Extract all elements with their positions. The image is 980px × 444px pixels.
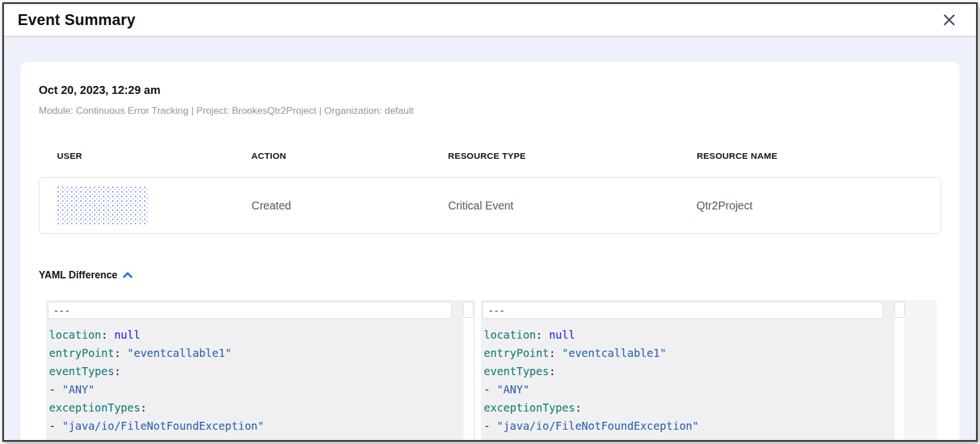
yaml-code-line: eventTypes: xyxy=(484,362,901,380)
user-cell xyxy=(39,187,252,224)
resource-name-cell: Qtr2Project xyxy=(696,199,941,212)
modal-body: Oct 20, 2023, 12:29 am Module: Continuou… xyxy=(4,37,976,440)
yaml-panel-after: --- location: nullentryPoint: "eventcall… xyxy=(481,300,906,440)
close-button[interactable] xyxy=(940,10,959,30)
action-cell: Created xyxy=(252,199,448,212)
yaml-code-line: - "java/io/FileNotFoundException" xyxy=(49,417,469,435)
yaml-code-line: exceptionTypes: xyxy=(484,398,901,417)
yaml-panel-before: --- location: nullentryPoint: "eventcall… xyxy=(46,300,475,440)
table-row: Created Critical Event Qtr2Project xyxy=(39,177,941,234)
modal-title: Event Summary xyxy=(18,11,136,29)
container-vertical-scrollbar[interactable] xyxy=(907,300,937,440)
yaml-code-lines: location: nullentryPoint: "eventcallable… xyxy=(481,319,906,435)
close-icon xyxy=(942,20,957,29)
yaml-code-line: exceptionTypes: xyxy=(49,398,469,417)
yaml-code-line: location: null xyxy=(49,326,469,344)
event-timestamp: Oct 20, 2023, 12:29 am xyxy=(39,84,941,97)
yaml-code-line: entryPoint: "eventcallable1" xyxy=(49,344,469,362)
event-card: Oct 20, 2023, 12:29 am Module: Continuou… xyxy=(21,62,959,440)
column-header-resource-type: RESOURCE TYPE xyxy=(448,151,696,161)
event-summary-modal: Event Summary Oct 20, 2023, 12:29 am Mod… xyxy=(2,2,978,442)
yaml-code-line: eventTypes: xyxy=(49,362,469,380)
yaml-code-line: entryPoint: "eventcallable1" xyxy=(484,344,901,362)
panel-vertical-scrollbar[interactable] xyxy=(463,302,473,440)
table-header-row: USER ACTION RESOURCE TYPE RESOURCE NAME xyxy=(39,151,941,161)
column-header-action: ACTION xyxy=(251,151,448,161)
yaml-difference-label: YAML Difference xyxy=(39,269,117,281)
column-header-resource-name: RESOURCE NAME xyxy=(697,151,941,161)
yaml-code-line: - "java/io/FileNotFoundException" xyxy=(484,417,901,435)
modal-header: Event Summary xyxy=(4,4,976,37)
yaml-code-line: - "ANY" xyxy=(49,380,469,398)
yaml-code-line: - "ANY" xyxy=(484,380,901,398)
panel-vertical-scrollbar[interactable] xyxy=(895,302,905,440)
yaml-separator-row: --- xyxy=(483,302,883,319)
yaml-code-lines: location: nullentryPoint: "eventcallable… xyxy=(46,319,475,435)
scrollbar-corner xyxy=(895,302,905,318)
yaml-difference-toggle[interactable]: YAML Difference xyxy=(39,269,133,281)
resource-type-cell: Critical Event xyxy=(448,199,696,212)
user-redacted-pattern xyxy=(58,187,149,224)
scrollbar-corner xyxy=(463,302,473,318)
yaml-code-line: location: null xyxy=(484,326,901,344)
yaml-diff-container: --- location: nullentryPoint: "eventcall… xyxy=(46,300,941,440)
event-meta: Module: Continuous Error Tracking | Proj… xyxy=(39,105,941,117)
column-header-user: USER xyxy=(39,151,251,161)
yaml-separator-row: --- xyxy=(48,302,452,319)
chevron-up-icon xyxy=(122,270,133,281)
